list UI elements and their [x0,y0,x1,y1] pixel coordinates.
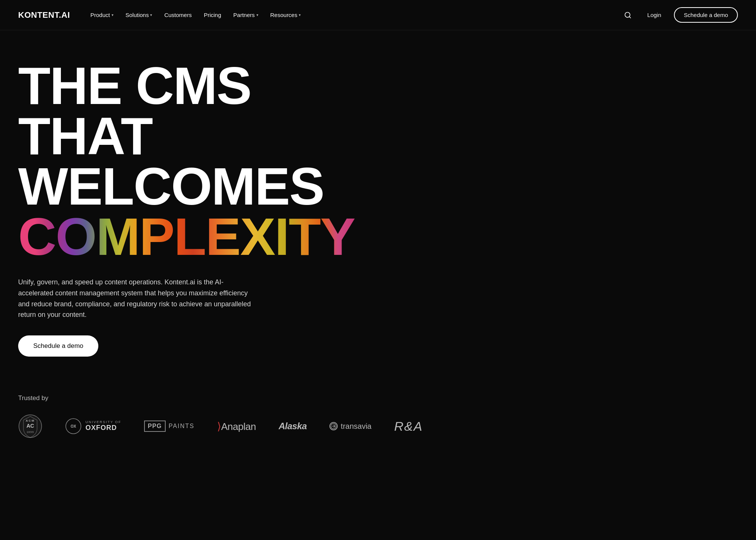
nav-pricing-label: Pricing [204,12,221,18]
oxford-crest-icon: OX [65,418,82,434]
alaska-logo: Alaska [279,421,307,431]
nav-solutions[interactable]: Solutions ▾ [120,9,158,21]
acmilan-badge-icon: ACM AC 1899 [18,414,42,438]
nav-resources[interactable]: Resources ▾ [265,9,306,21]
anaplan-slash-icon: ⟩ [217,421,221,432]
anaplan-name-text: ⟩Anaplan [217,420,256,433]
svg-text:OX: OX [71,424,76,428]
nav-links: Product ▾ Solutions ▾ Customers Pricing … [70,9,621,21]
svg-text:AC: AC [26,423,34,429]
ppg-paints-text: PAINTS [169,423,195,430]
login-button[interactable]: Login [642,9,667,21]
search-icon [624,11,632,19]
alaska-name-text: Alaska [279,421,307,431]
svg-text:1899: 1899 [26,431,34,433]
trusted-by-label: Trusted by [18,394,738,402]
hero-section: THE CMS THAT WELCOMES COMPLEXITY Unify, … [0,30,378,379]
transavia-circle-icon [331,423,337,429]
nav-product[interactable]: Product ▾ [85,9,119,21]
nav-partners[interactable]: Partners ▾ [228,9,264,21]
transavia-logo: transavia [329,422,371,431]
randa-logo: R&A [394,419,423,434]
search-button[interactable] [621,8,635,22]
transavia-icon [329,422,338,430]
nav-resources-label: Resources [270,12,298,18]
nav-product-chevron: ▾ [112,13,113,17]
hero-headline-line1: THE CMS THAT [18,61,360,161]
trusted-by-section: Trusted by ACM AC 1899 OX UNIVERSITY OF … [0,379,756,446]
hero-description: Unify, govern, and speed up content oper… [18,277,253,320]
brand-logo[interactable]: KONTENT.AI [18,10,70,20]
hero-headline: THE CMS THAT WELCOMES COMPLEXITY [18,61,360,262]
anaplan-logo: ⟩Anaplan [217,420,256,433]
transavia-name-text: transavia [341,422,371,431]
nav-product-label: Product [90,12,110,18]
trusted-logos-container: ACM AC 1899 OX UNIVERSITY OF OXFORD PPG … [18,414,738,438]
nav-customers-label: Customers [164,12,192,18]
nav-customers[interactable]: Customers [159,9,197,21]
svg-text:ACM: ACM [26,419,35,422]
nav-partners-chevron: ▾ [256,13,258,17]
acmilan-logo: ACM AC 1899 [18,414,42,438]
oxford-logo: OX UNIVERSITY OF OXFORD [65,418,121,434]
hero-headline-line2: WELCOMES [18,161,360,211]
randa-name-text: R&A [394,419,423,434]
nav-solutions-label: Solutions [126,12,149,18]
navbar: KONTENT.AI Product ▾ Solutions ▾ Custome… [0,0,756,30]
nav-schedule-demo-button[interactable]: Schedule a demo [674,7,738,23]
ppg-box-text: PPG [144,421,166,432]
oxford-name-text: OXFORD [85,424,121,432]
nav-right: Login Schedule a demo [621,7,738,23]
ppg-logo: PPG PAINTS [144,421,194,432]
hero-schedule-demo-button[interactable]: Schedule a demo [18,335,98,357]
complexity-word: COMPLEXITY [18,207,355,266]
nav-resources-chevron: ▾ [299,13,301,17]
nav-partners-label: Partners [233,12,255,18]
svg-line-1 [629,16,630,18]
nav-solutions-chevron: ▾ [150,13,152,17]
nav-pricing[interactable]: Pricing [199,9,227,21]
hero-headline-line3: COMPLEXITY [18,211,360,262]
